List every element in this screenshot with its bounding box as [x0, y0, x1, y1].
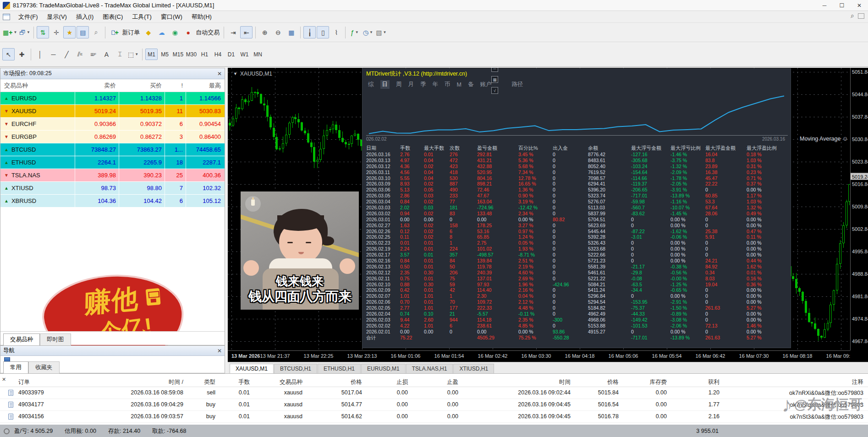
timeframe-M5[interactable]: M5 — [159, 49, 171, 60]
market-watch-row-EURUSD[interactable]: ▲EURUSD1.143271.1432811.14566 — [0, 92, 225, 105]
order-row-49033979[interactable]: 490339792026.03.16 08:59:08sell0.01xauus… — [0, 387, 868, 399]
chart-tab-ETHUSD,H1[interactable]: ETHUSD,H1 — [318, 364, 361, 373]
order-row-49034156[interactable]: 490341562026.03.16 09:03:57buy0.01xauusd… — [0, 411, 868, 423]
auto-scroll-button[interactable]: ⇤ — [240, 26, 253, 38]
line-chart-mode-button[interactable]: ⌇ — [330, 26, 342, 38]
timeframe-D1[interactable]: D1 — [225, 49, 237, 60]
timeframe-MN[interactable]: MN — [252, 49, 264, 60]
stats-row-2026.03.03: 2026.03.032.020.03181-724.96-12.42 %0511… — [363, 205, 791, 211]
zoom-out-button[interactable]: ⊖ — [272, 26, 284, 38]
tab-即时图[interactable]: 即时图 — [40, 333, 71, 345]
tile-windows-button[interactable]: ▦ — [285, 26, 297, 38]
layout-icon[interactable] — [858, 13, 864, 19]
new-order-icon[interactable]: 🗋+ — [108, 26, 121, 38]
market-watch-row-TSLA.NAS[interactable]: ▼TSLA.NAS389.98390.2325400.36 — [0, 169, 225, 182]
horizontal-line-tool[interactable]: ─ — [47, 48, 60, 60]
timeframe-M30[interactable]: M30 — [185, 49, 198, 60]
indicators-button[interactable]: ƒ▼ — [348, 26, 361, 38]
autotrading-label[interactable]: 自动交易 — [196, 28, 220, 37]
maximize-button[interactable]: ☐ — [833, 0, 851, 11]
menu-item-图表C[interactable]: 图表(C) — [98, 11, 127, 23]
menu-item-工具T[interactable]: 工具(T) — [127, 11, 156, 23]
new-chart-button[interactable]: ▦+▼ — [2, 26, 17, 38]
trendline-tool[interactable]: ╱ — [60, 48, 73, 60]
chart-tab-EURUSD,M1[interactable]: EURUSD,M1 — [361, 364, 406, 373]
market-watch-row-EURGBP[interactable]: ▼EURGBP0.862690.8627230.86400 — [0, 131, 225, 143]
navigator-toggle[interactable]: ★ — [63, 26, 76, 38]
menu-item-窗口W[interactable]: 窗口(W) — [156, 11, 187, 23]
strategy-tester-button[interactable]: ⌕ — [90, 26, 102, 38]
metaeditor-icon[interactable]: ◆ — [142, 26, 154, 38]
market-watch-row-ETHUSD[interactable]: ▲ETHUSD2264.12265.9182287.1 — [0, 156, 225, 169]
price-axis[interactable]: 5051.845044.845037.845030.845023.845016.… — [850, 68, 868, 350]
vertical-line-tool[interactable]: │ — [34, 48, 46, 60]
channel-tool[interactable]: ⫽E — [74, 48, 86, 60]
navigator-close-icon[interactable]: ✕ — [217, 348, 222, 354]
periods-button[interactable]: ◷▼ — [362, 26, 374, 38]
timeframe-M1[interactable]: M1 — [145, 49, 158, 60]
shapes-tool[interactable]: ⬚▼ — [127, 48, 139, 60]
terminal-toggle[interactable]: ▤ — [77, 26, 89, 38]
chart-shift-button[interactable]: ⇥ — [227, 26, 239, 38]
cursor-tool[interactable]: ↖ — [2, 48, 15, 60]
menu-item-帮助H[interactable]: 帮助(H) — [187, 11, 216, 23]
order-row-49034177[interactable]: 490341772026.03.16 09:04:29buy0.01xauusd… — [0, 399, 868, 411]
indicator-close-icon[interactable]: ☺ — [842, 136, 848, 142]
chart-window-icon[interactable] — [3, 14, 10, 20]
timeframe-M15[interactable]: M15 — [172, 49, 184, 60]
navigator-tab-常用[interactable]: 常用 — [3, 361, 28, 373]
navigator-tab-收藏夹[interactable]: 收藏夹 — [28, 361, 60, 373]
zoom-in-button[interactable]: ⊕ — [258, 26, 271, 38]
profiles-button[interactable]: 🗗▼ — [18, 26, 31, 38]
mtdriver-tab-综[interactable]: 综 — [368, 81, 374, 88]
mtdriver-tab-币[interactable]: 币 — [445, 81, 450, 88]
mtdriver-tab-路径[interactable]: 路径 — [511, 81, 523, 88]
candlestick-mode-button[interactable]: ▯ — [317, 26, 329, 38]
mtdriver-tab-日[interactable]: 日 — [380, 80, 390, 89]
timeframe-W1[interactable]: W1 — [238, 49, 251, 60]
panel-settings-icon[interactable]: ▦ — [491, 76, 498, 83]
chart-tab-XTIUSD,H1[interactable]: XTIUSD,H1 — [453, 364, 494, 373]
mtdriver-tab-备[interactable]: 备 — [468, 81, 474, 88]
mtdriver-tab-账户[interactable]: 账户 — [480, 81, 491, 88]
market-watch-row-XBRUSD[interactable]: ▲XBRUSD104.36104.426105.12 — [0, 195, 225, 208]
text-tool[interactable]: A — [100, 48, 113, 60]
mtdriver-tab-季[interactable]: 季 — [420, 81, 426, 88]
stats-row-2026.02.11: 2026.02.110.750.0175137.012.69 %05221.22… — [363, 276, 791, 282]
tab-交易品种[interactable]: 交易品种 — [3, 333, 40, 345]
panel-minimize-icon[interactable]: ─ — [491, 68, 498, 72]
menu-item-文件F[interactable]: 文件(F) — [14, 11, 43, 23]
crosshair-tool[interactable]: ✚ — [16, 48, 28, 60]
time-label: 13 Mar 22:25 — [304, 353, 334, 359]
label-tool[interactable]: ⌶ — [114, 48, 126, 60]
mtdriver-tab-周[interactable]: 周 — [396, 81, 402, 88]
menu-item-插入I[interactable]: 插入(I) — [71, 11, 98, 23]
menu-item-显示V[interactable]: 显示(V) — [43, 11, 71, 23]
market-watch-row-BTCUSD[interactable]: ▲BTCUSD73848.2773863.271...74458.65 — [0, 143, 225, 156]
data-window-button[interactable]: ✛ — [50, 26, 62, 38]
chart-tab-XAUUSD,M1[interactable]: XAUUSD,M1 — [230, 364, 274, 373]
minimize-button[interactable]: ─ — [816, 0, 833, 11]
market-watch-row-XAUUSD[interactable]: ▼XAUUSD5019.245019.35115030.83 — [0, 105, 225, 118]
mtdriver-tab-月[interactable]: 月 — [408, 81, 414, 88]
chart-tab-BTCUSD,H1[interactable]: BTCUSD,H1 — [274, 364, 317, 373]
autotrading-icon[interactable]: ● — [182, 26, 194, 38]
new-order-label[interactable]: 新订单 — [122, 28, 140, 37]
script-icon[interactable]: ◉ — [169, 26, 181, 38]
chart-tab-TSLA.NAS,H1[interactable]: TSLA.NAS,H1 — [406, 364, 453, 373]
market-watch-row-XTIUSD[interactable]: ▲XTIUSD98.7398.807102.32 — [0, 182, 225, 195]
bar-chart-mode-button[interactable]: ╽ — [303, 26, 316, 38]
time-axis[interactable]: 13 Mar 202613 Mar 21:3713 Mar 22:2513 Ma… — [228, 350, 850, 362]
expert-advisor-icon[interactable]: ☁ — [155, 26, 168, 38]
search-icon[interactable]: ⌕ — [851, 12, 854, 20]
mtdriver-tab-M[interactable]: M — [457, 82, 461, 88]
templates-button[interactable]: ▧▼ — [375, 26, 387, 38]
timeframe-H1[interactable]: H1 — [198, 49, 211, 60]
mtdriver-tab-年[interactable]: 年 — [433, 81, 439, 88]
market-watch-toggle[interactable]: ⇅ — [37, 26, 49, 38]
market-watch-row-EURCHF[interactable]: ▼EURCHF0.903660.9037260.90454 — [0, 118, 225, 131]
close-button[interactable]: ✕ — [851, 0, 868, 11]
fibonacci-tool[interactable]: ≡F — [87, 48, 99, 60]
market-watch-close-icon[interactable]: ✕ — [217, 71, 222, 77]
timeframe-H4[interactable]: H4 — [212, 49, 224, 60]
